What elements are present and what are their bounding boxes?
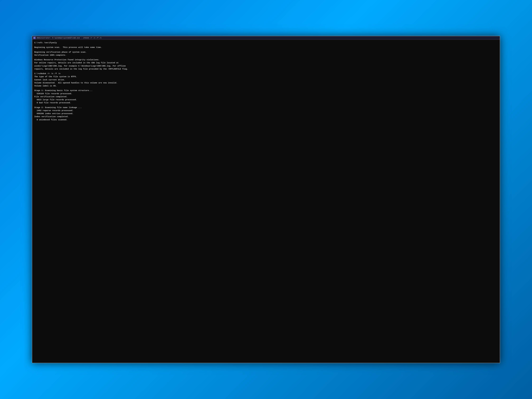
console-line-line12: Stage 1: Examining basic file system str… [34,89,498,92]
spacer [34,49,498,51]
console-line-line4: Windows Resource Protection found integr… [34,58,498,61]
console-line-line5: For online repairs, details are included… [34,61,498,64]
console-line-line21: 0 unindexed files scanned. [34,118,498,121]
spacer [34,44,498,46]
console-body: C:\>sfc /verifyonlyBeginning system scan… [32,40,500,363]
spacer [34,71,498,72]
spacer [34,105,498,106]
screen-wrapper: C\ Administrator: X:\windows\system32\cm… [32,36,500,363]
console-line-line17: Stage 2: Examining file name linkage ... [34,106,498,109]
console-line-line11: Volume label is OS. [34,84,498,88]
console-line-line10: Volume dismounted. All opened handles to… [34,81,498,84]
console-line-line6: windir\Logs\CBS\CBS.log. For example C:\… [34,64,498,68]
console-line-line8: The type of the file system is NTFS. [34,75,498,78]
cmd-icon: C\ [33,37,36,39]
title-bar-text: Administrator: X:\windows\system32\cmd.e… [37,37,101,39]
console-line-line13: 536320 file records processed. [34,92,498,95]
console-line-line14: File verification completed. [34,95,498,98]
title-bar: C\ Administrator: X:\windows\system32\cm… [32,36,500,40]
console-line-line18: 1462 reparse records processed. [34,109,498,112]
console-line-line7: repairs, details are included in the log… [34,68,498,71]
console-line-line19: 690286 index entries processed. [34,112,498,115]
console-line-line2: Beginning verification phase of system s… [34,51,498,54]
cmd-window: C\ Administrator: X:\windows\system32\cm… [32,36,500,363]
console-line-line15: 6823 large file records processed. [34,98,498,101]
console-line-line9: Cannot lock current drive. [34,78,498,81]
console-line-line20: Index verification completed. [34,115,498,118]
spacer [34,57,498,58]
console-line-line16: 0 bad file records processed. [34,101,498,104]
console-line-line1: Beginning system scan. This process will… [34,46,498,49]
spacer [34,88,498,89]
console-line-cmd2: C:\>chkdsk /r /x /f /v [34,72,498,75]
console-line-cmd1: C:\>sfc /verifyonly [34,41,498,44]
console-line-line3: Verification 100% complete. [34,54,498,57]
